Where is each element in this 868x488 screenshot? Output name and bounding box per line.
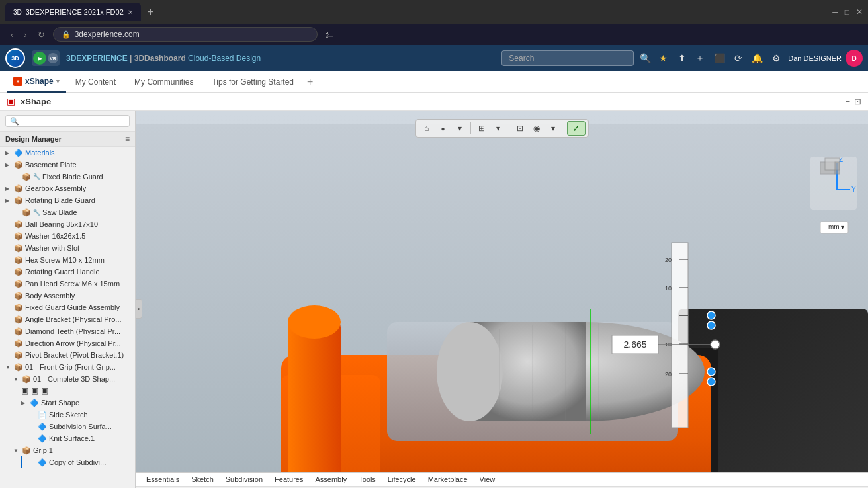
menu-sketch[interactable]: Sketch: [186, 474, 219, 485]
minimize-panel-button[interactable]: −: [845, 97, 850, 106]
list-item[interactable]: 📦 Ball Bearing 35x17x10: [0, 218, 135, 230]
list-item[interactable]: ▶ 📦 Rotating Blade Guard: [0, 194, 135, 206]
url-input[interactable]: 🔒 3dexperience.com: [53, 27, 318, 42]
home-view-button[interactable]: ⌂: [419, 121, 435, 136]
play-button[interactable]: ▶: [33, 52, 46, 65]
vr-button[interactable]: VR: [48, 53, 58, 63]
item-icon: 📦: [14, 256, 23, 264]
sync-icon[interactable]: ⟳: [732, 51, 744, 65]
bookmark-star-icon[interactable]: ★: [657, 51, 670, 65]
list-item[interactable]: 📦 Rotating Guard Handle: [0, 266, 135, 278]
fit-view-button[interactable]: ●: [435, 121, 451, 136]
expand-icon: ▶: [5, 162, 12, 168]
render-options-button[interactable]: ▾: [490, 121, 506, 136]
expand-icon: ▶: [5, 198, 12, 204]
menu-view[interactable]: View: [474, 474, 501, 485]
list-item[interactable]: 🔷 Subdivision Surfa...: [0, 421, 135, 432]
list-item[interactable]: 📦 Hex Screw M10 x 12mm: [0, 254, 135, 266]
lighting-button[interactable]: ▾: [545, 121, 561, 136]
active-tab[interactable]: 3D 3DEXPERIENCE 2021x FD02 ✕: [5, 3, 141, 21]
list-item[interactable]: 📦 Angle Bracket (Physical Pro...: [0, 313, 135, 325]
list-item[interactable]: 📦 Pan Head Screw M6 x 15mm: [0, 278, 135, 290]
list-item[interactable]: ▶ 📦 Gearbox Assembly: [0, 183, 135, 194]
list-item[interactable]: 🔷 Knit Surface.1: [0, 432, 135, 444]
close-window-button[interactable]: ✕: [856, 7, 863, 17]
list-item[interactable]: 📦 Washer 16x26x1.5: [0, 230, 135, 242]
expand-icon: ▶: [5, 186, 12, 192]
settings-icon[interactable]: ⚙: [770, 51, 783, 65]
svg-rect-15: [288, 322, 341, 488]
list-item[interactable]: 📦 Diamond Teeth (Physical Pr...: [0, 325, 135, 337]
nav-reload-button[interactable]: ↻: [35, 28, 48, 41]
user-avatar: D: [846, 50, 863, 67]
menu-assembly[interactable]: Assembly: [310, 474, 352, 485]
item-icon: 📦: [14, 161, 23, 169]
nav-tabs-bar: x xShape ▾ My Content My Communities Tip…: [0, 71, 868, 93]
list-item[interactable]: ▶ 📦 Basement Plate: [0, 159, 135, 171]
nav-back-button[interactable]: ‹: [8, 28, 16, 41]
svg-text:20: 20: [665, 257, 672, 263]
tab-close-button[interactable]: ✕: [128, 9, 133, 16]
list-item[interactable]: 📦 🔧 Fixed Blade Guard: [0, 171, 135, 183]
list-item[interactable]: 📦 Pivot Bracket (Pivot Bracket.1): [0, 349, 135, 361]
user-area[interactable]: Dan DESIGNER D: [788, 50, 863, 67]
url-text: 3dexperience.com: [75, 30, 140, 39]
global-search-input[interactable]: [501, 50, 634, 66]
list-item[interactable]: 📦 Washer with Slot: [0, 242, 135, 254]
list-item[interactable]: ▶ 🔷 Start Shape: [0, 397, 135, 409]
hide-show-button[interactable]: ◉: [529, 121, 544, 136]
share-icon[interactable]: ⬆: [676, 51, 688, 65]
tab-my-communities[interactable]: My Communities: [125, 71, 202, 93]
item-label: Fixed Guard Guide Assembly: [25, 304, 120, 311]
view-options-button[interactable]: ▾: [452, 121, 468, 136]
list-item[interactable]: ▼ 📦 01 - Front Grip (Front Grip...: [0, 361, 135, 373]
main-content-area: Design Manager ≡ ▶ 🔷 Materials ▶ 📦 Basem…: [0, 111, 868, 488]
list-item[interactable]: 📦 Body Assembly: [0, 290, 135, 302]
export-icon[interactable]: ⬛: [712, 51, 727, 65]
lock-icon: 🔒: [62, 30, 71, 39]
list-item[interactable]: ▶ 🔷 Materials: [0, 147, 135, 159]
svg-text:Y: Y: [851, 186, 856, 193]
svg-rect-42: [825, 158, 840, 170]
accept-button[interactable]: ✓: [567, 121, 586, 136]
minimize-window-button[interactable]: ─: [832, 7, 838, 17]
list-item[interactable]: ▼ 📦 Grip 1: [0, 444, 135, 456]
menu-marketplace[interactable]: Marketplace: [423, 474, 473, 485]
panel-collapse-button[interactable]: ‹: [136, 299, 142, 319]
item-label: Saw Blade: [42, 208, 77, 216]
menu-essentials[interactable]: Essentials: [141, 474, 185, 485]
list-item[interactable]: 🔷 Copy of Subdivi...: [21, 456, 135, 468]
menu-tools[interactable]: Tools: [353, 474, 381, 485]
new-tab-button[interactable]: +: [144, 5, 157, 19]
add-tab-button[interactable]: +: [303, 75, 317, 89]
section-button[interactable]: ⊡: [512, 121, 528, 136]
panel-menu-button[interactable]: ≡: [125, 134, 130, 143]
3d-viewport[interactable]: ‹ ⌂ ● ▾ ⊞ ▾ ⊡ ◉ ▾ ✓: [136, 111, 868, 488]
menu-lifecycle[interactable]: Lifecycle: [382, 474, 421, 485]
shape-icon-2: ▣: [31, 386, 38, 395]
render-mode-button[interactable]: ⊞: [474, 121, 490, 136]
svg-text:10: 10: [665, 341, 672, 348]
list-item[interactable]: 📦 Fixed Guard Guide Assembly: [0, 302, 135, 313]
menu-features[interactable]: Features: [269, 474, 308, 485]
tab-tips[interactable]: Tips for Getting Started: [202, 71, 303, 93]
item-icon: 📄: [38, 411, 47, 419]
add-icon[interactable]: ＋: [693, 50, 707, 66]
item-icon: 🔷: [38, 423, 47, 431]
design-manager-search[interactable]: [5, 115, 130, 127]
tab-my-content[interactable]: My Content: [66, 71, 125, 93]
tab-xshape[interactable]: x xShape ▾: [7, 71, 66, 93]
restore-panel-button[interactable]: ⊡: [854, 97, 861, 106]
item-icon: 📦: [14, 351, 23, 360]
list-item[interactable]: 📦 Direction Arrow (Physical Pr...: [0, 337, 135, 349]
nav-forward-button[interactable]: ›: [21, 28, 29, 41]
list-item[interactable]: 📦 🔧 Saw Blade: [0, 206, 135, 218]
browser-window-controls: ─ □ ✕: [832, 7, 863, 17]
list-item[interactable]: 📄 Side Sketch: [0, 409, 135, 421]
menu-subdivision[interactable]: Subdivision: [220, 474, 268, 485]
list-item[interactable]: ▼ 📦 01 - Complete 3D Shap...: [0, 373, 135, 385]
maximize-window-button[interactable]: □: [845, 7, 849, 17]
notification-icon[interactable]: 🔔: [750, 51, 765, 65]
search-icon[interactable]: 🔍: [638, 51, 653, 65]
bookmark-icon[interactable]: 🏷: [323, 27, 336, 42]
